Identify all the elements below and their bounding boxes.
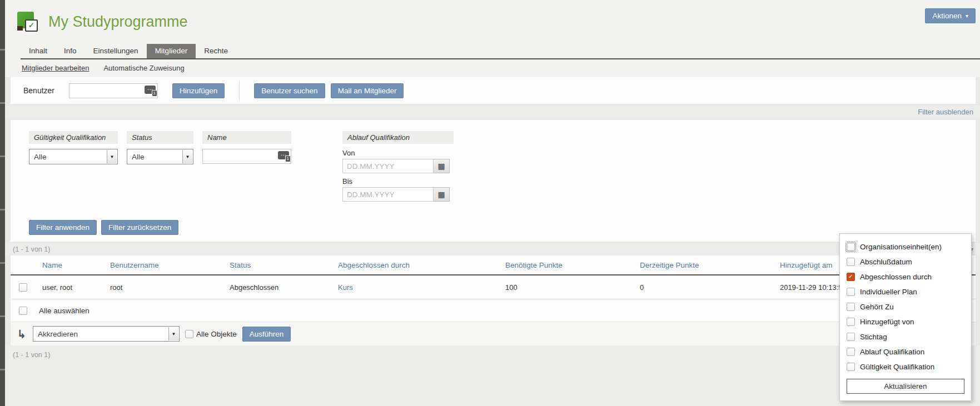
filter-label-ablauf: Ablauf Qualifikation [342, 131, 454, 144]
tab-bar: Inhalt Info Einstellungen Mitglieder Rec… [21, 44, 980, 59]
dropdown-arrow-icon: ▼ [168, 327, 178, 340]
spalten-dropdown-menu: ✓ Organisationseinheit(en) ✓ Abschlußdat… [839, 233, 972, 401]
select-all-row: ✓ Alle auswählen [11, 299, 976, 322]
select-value: Alle [34, 153, 47, 161]
aktualisieren-button[interactable]: Aktualisieren [847, 379, 964, 394]
benutzer-suchen-button[interactable]: Benutzer suchen [254, 83, 325, 98]
filter-ausblenden-link[interactable]: Filter ausblenden [918, 108, 973, 116]
von-date-input[interactable] [342, 159, 434, 173]
checkbox[interactable]: ✓ [847, 363, 855, 371]
column-option-gueltigkeit-qualifikation[interactable]: ✓ Gültigkeit Qualifikation [847, 359, 964, 374]
table-row: ✓ user, root root Abgeschlossen Kurs 100… [11, 275, 976, 299]
option-label: Stichtag [860, 333, 887, 341]
von-calendar-button[interactable]: ▦ [434, 159, 450, 173]
checkbox[interactable]: ✓ [847, 303, 855, 311]
cell-required-points: 100 [505, 283, 640, 292]
name-input-wrap: … 1 [202, 149, 291, 164]
ausfuehren-button[interactable]: Ausführen [242, 327, 291, 342]
page-title: My Studyprogramme [48, 13, 188, 31]
subnav-mitglieder-bearbeiten[interactable]: Mitglieder bearbeiten [22, 64, 89, 72]
checkbox[interactable]: ✓ [847, 243, 855, 251]
status-select[interactable]: Alle ▼ [127, 149, 193, 164]
col-header-name[interactable]: Name [42, 261, 110, 269]
page: ✓ My Studyprogramme Aktionen ▾ Inhalt In… [0, 0, 980, 406]
column-option-stichtag[interactable]: ✓ Stichtag [847, 329, 964, 344]
cell-username: root [110, 283, 230, 292]
option-label: Ablauf Qualifikation [860, 348, 924, 356]
col-header-status[interactable]: Status [230, 261, 338, 269]
gueltigkeit-qualifikation-select[interactable]: Alle ▼ [29, 149, 118, 164]
calendar-icon: ▦ [437, 162, 445, 170]
column-option-abschlussdatum[interactable]: ✓ Abschlußdatum [847, 254, 964, 269]
column-option-organisationseinheiten[interactable]: ✓ Organisationseinheit(en) [847, 239, 964, 254]
filter-label-status: Status [127, 131, 193, 144]
result-count-top: (1 - 1 von 1) [13, 245, 50, 253]
option-label: Abgeschlossen durch [860, 273, 932, 281]
mail-an-mitglieder-button[interactable]: Mail an Mitglieder [331, 83, 404, 98]
level-down-icon: ↳ [17, 327, 26, 340]
curriculum-logo-icon: ✓ [17, 11, 41, 33]
checkbox[interactable]: ✓ [847, 258, 855, 266]
subnav-automatische-zuweisung[interactable]: Automatische Zuweisung [103, 64, 184, 72]
select-all-checkbox[interactable]: ✓ [19, 307, 27, 315]
caret-down-icon: ▾ [966, 13, 968, 19]
row-checkbox[interactable]: ✓ [19, 283, 27, 292]
members-table: Name Benutzername Status Abgeschlossen d… [11, 255, 976, 345]
von-datefield: ▦ [342, 159, 454, 173]
checkbox[interactable]: ✓ [847, 333, 855, 341]
cell-name: user, root [42, 283, 110, 292]
tab-inhalt[interactable]: Inhalt [21, 44, 56, 58]
col-header-benoetigte-punkte[interactable]: Benötigte Punkte [505, 261, 640, 269]
filter-zuruecksetzen-button[interactable]: Filter zurücksetzen [101, 220, 178, 235]
option-label: Abschlußdatum [860, 258, 912, 266]
filter-col-name: Name … 1 [202, 131, 291, 164]
column-option-individueller-plan[interactable]: ✓ Individueller Plan [847, 284, 964, 299]
checkbox[interactable]: ✓ [847, 288, 855, 296]
calendar-icon: ▦ [437, 191, 445, 198]
bis-date-input[interactable] [342, 187, 434, 202]
select-all-label: Alle auswählen [39, 307, 89, 315]
checkbox[interactable]: ✓ [847, 318, 855, 326]
left-edge-panel[interactable] [0, 0, 5, 406]
col-header-derzeitige-punkte[interactable]: Derzeitige Punkte [640, 261, 780, 269]
cell-current-points: 0 [640, 283, 780, 292]
checkbox[interactable]: ✓ [847, 273, 855, 281]
table-header-row: Name Benutzername Status Abgeschlossen d… [11, 255, 976, 275]
filter-col-gueltigkeit: Gültigkeit Qualifikation Alle ▼ [29, 131, 118, 164]
aktionen-button[interactable]: Aktionen ▾ [925, 8, 976, 23]
benutzer-input-wrap: … 1 [69, 83, 158, 98]
tab-mitglieder[interactable]: Mitglieder [147, 44, 196, 58]
column-option-hinzugefuegt-von[interactable]: ✓ Hinzugefügt von [847, 314, 964, 329]
option-label: Organisationseinheit(en) [860, 243, 942, 251]
column-option-ablauf-qualifikation[interactable]: ✓ Ablauf Qualifikation [847, 344, 964, 359]
filter-col-ablauf: Ablauf Qualifikation Von ▦ Bis ▦ [342, 131, 454, 205]
col-header-benutzername[interactable]: Benutzername [110, 261, 230, 269]
checkbox[interactable]: ✓ [847, 348, 855, 356]
column-option-gehoert-zu[interactable]: ✓ Gehört Zu [847, 299, 964, 314]
select-value: Akkredieren [38, 330, 78, 338]
sub-navigation: Mitglieder bearbeiten Automatische Zuwei… [5, 59, 980, 77]
option-label: Individueller Plan [860, 288, 917, 296]
add-user-panel: Benutzer … 1 Hinzufügen Benutzer suchen … [11, 77, 976, 104]
option-label: Gültigkeit Qualifikation [860, 363, 934, 371]
table-count-row: (1 - 1 von 1) Spalten ▾ [5, 243, 980, 255]
bulk-action-select[interactable]: Akkredieren ▼ [33, 326, 180, 342]
column-option-abgeschlossen-durch[interactable]: ✓ Abgeschlossen durch [847, 269, 964, 284]
von-label: Von [342, 149, 454, 157]
alle-objekte-checkbox[interactable]: ✓ [185, 330, 193, 338]
dropdown-arrow-icon: ▼ [107, 150, 117, 163]
bis-label: Bis [342, 177, 454, 186]
alle-objekte-label: Alle Objekte [196, 330, 237, 338]
filter-anwenden-button[interactable]: Filter anwenden [29, 220, 97, 235]
filter-label-name: Name [202, 131, 291, 144]
tab-einstellungen[interactable]: Einstellungen [85, 44, 147, 58]
hinzufuegen-button[interactable]: Hinzufügen [172, 83, 225, 98]
tab-rechte[interactable]: Rechte [196, 44, 236, 58]
cell-completed-by-link[interactable]: Kurs [338, 283, 505, 292]
autocomplete-icon: … 1 [278, 151, 289, 159]
filter-toggle-row: Filter ausblenden [5, 106, 980, 118]
bis-calendar-button[interactable]: ▦ [434, 187, 450, 202]
col-header-abgeschlossen-durch[interactable]: Abgeschlossen durch [338, 261, 505, 269]
tab-info[interactable]: Info [56, 44, 85, 58]
cell-status: Abgeschlossen [230, 283, 338, 292]
